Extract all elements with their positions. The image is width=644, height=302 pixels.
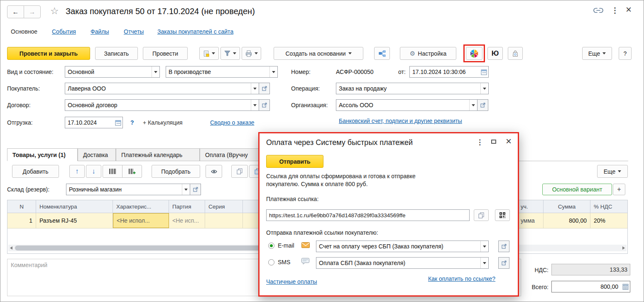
add-row-button[interactable]: Добавить	[12, 165, 59, 178]
main-variant-button[interactable]: Основной вариант	[542, 184, 612, 195]
organization-open-button[interactable]	[477, 99, 488, 111]
column-header-characteristic[interactable]: Характерис...	[113, 200, 169, 213]
sbp-payment-button[interactable]	[466, 47, 482, 60]
document-datetime-field[interactable]: 17.10.2024 10:30:06	[409, 66, 489, 78]
tab-goods-services[interactable]: Товары, услуги (1)	[7, 148, 78, 161]
kind-select[interactable]: Основной	[65, 66, 160, 78]
cell-characteristic-focused[interactable]: <Не испол...	[113, 213, 169, 228]
copy-rows-button[interactable]	[231, 165, 248, 178]
filter-dropdown-button[interactable]	[220, 47, 240, 60]
get-link-icon[interactable]	[593, 7, 603, 15]
email-template-open-button[interactable]	[498, 241, 509, 252]
print-dropdown-button[interactable]	[242, 47, 261, 60]
cell-nomenclature[interactable]: Разъем RJ-45	[36, 213, 113, 228]
favorite-star-icon[interactable]: ☆	[50, 5, 59, 17]
warehouse-select[interactable]: Розничный магазин	[66, 184, 190, 195]
dialog-menu-kebab-icon[interactable]: ⋮	[476, 138, 483, 147]
window-close-button[interactable]: ×	[626, 4, 632, 15]
post-button[interactable]: Провести	[143, 47, 188, 60]
email-template-select[interactable]: Счет на оплату через СБП (Заказ покупате…	[316, 241, 489, 252]
column-header-series[interactable]: Серия	[205, 200, 243, 213]
shipment-date-field[interactable]: 17.10.2024	[65, 117, 123, 128]
barcode-scan-button[interactable]	[103, 165, 122, 178]
create-on-basis-button[interactable]: Создать на основании	[274, 47, 363, 60]
window-menu-kebab-icon[interactable]: ⋮	[611, 6, 619, 15]
nav-tab-site-orders[interactable]: Заказы покупателей с сайта	[157, 28, 233, 35]
cell-vat[interactable]: 20%	[590, 213, 627, 228]
document-structure-button[interactable]	[374, 47, 390, 60]
buyer-field[interactable]: Лаверна ООО	[65, 83, 259, 94]
nav-tab-events[interactable]: События	[52, 28, 76, 35]
dropdown-button[interactable]	[182, 184, 190, 195]
copy-link-button[interactable]	[474, 209, 489, 221]
column-header-vat[interactable]: % НДС	[590, 200, 627, 213]
dropdown-button[interactable]	[152, 66, 159, 77]
column-header-n[interactable]: N	[7, 200, 36, 213]
contract-open-button[interactable]	[259, 99, 270, 111]
dropdown-button[interactable]	[251, 100, 259, 110]
cell-sum[interactable]: 800,00	[544, 213, 590, 228]
bank-details-link[interactable]: Банковский счет, подписи и другие реквиз…	[339, 118, 462, 124]
email-radio[interactable]	[268, 243, 274, 249]
cell-n[interactable]: 1	[7, 213, 36, 228]
operation-select[interactable]: Заказ на продажу	[336, 83, 489, 94]
create-copy-dropdown-button[interactable]	[199, 47, 219, 60]
column-header-nomenclature[interactable]: Номенклатура	[36, 200, 113, 213]
shipment-help-link[interactable]: ?	[130, 119, 134, 126]
nav-tab-files[interactable]: Файлы	[91, 28, 109, 35]
nav-tab-main[interactable]: Основное	[11, 28, 37, 35]
dropdown-button[interactable]	[269, 66, 277, 77]
sms-radio-label[interactable]: SMS	[278, 259, 290, 265]
post-and-close-button[interactable]: Провести и закрыть	[7, 47, 90, 60]
email-radio-label[interactable]: E-mail	[278, 242, 294, 249]
sms-radio[interactable]	[268, 259, 274, 265]
qr-code-button[interactable]	[495, 209, 510, 221]
contract-field[interactable]: Основной договор	[65, 99, 259, 111]
table-more-button[interactable]: Еще	[597, 165, 628, 178]
dialog-maximize-button[interactable]	[491, 140, 496, 144]
dropdown-button[interactable]	[251, 83, 259, 94]
add-variant-button[interactable]: +	[613, 184, 625, 195]
sms-template-open-button[interactable]	[498, 257, 509, 269]
settings-button[interactable]: ⚙ Настройка	[400, 47, 456, 60]
move-up-button[interactable]: ↑	[69, 165, 85, 178]
marketplace-button[interactable]	[508, 47, 523, 60]
tab-payment-calendar[interactable]: Платежный календарь	[116, 148, 200, 161]
view-mode-button[interactable]	[206, 165, 222, 178]
sms-template-select[interactable]: Оплата СБП (Заказ покупателя)	[316, 257, 489, 269]
dialog-close-button[interactable]: ×	[506, 135, 512, 147]
dropdown-button[interactable]	[480, 241, 488, 252]
yookassa-button[interactable]: Ю	[487, 47, 503, 60]
warehouse-open-button[interactable]	[190, 184, 201, 195]
cell-batch[interactable]: <Не исп...	[169, 213, 205, 228]
calculator-button[interactable]	[621, 281, 630, 292]
nav-tab-reports[interactable]: Отчеты	[124, 28, 144, 35]
move-down-button[interactable]: ↓	[86, 165, 101, 178]
calendar-button[interactable]	[479, 66, 488, 77]
column-header-batch[interactable]: Партия	[169, 200, 205, 213]
organization-field[interactable]: Ассоль ООО	[336, 99, 477, 111]
scroll-right-icon[interactable]	[622, 246, 625, 250]
dropdown-button[interactable]	[469, 100, 477, 110]
calendar-button[interactable]	[113, 117, 122, 128]
cell-series[interactable]	[205, 213, 243, 228]
tab-payment[interactable]: Оплата (Вручну	[200, 148, 262, 161]
barcode-register-button[interactable]	[122, 165, 142, 178]
calculation-toggle[interactable]: + Калькуляция	[143, 119, 183, 126]
state-select[interactable]: В производстве	[166, 66, 278, 78]
pick-items-button[interactable]: Подобрать	[152, 165, 200, 178]
grand-total-field[interactable]: 800,00	[551, 281, 630, 292]
payment-link-input[interactable]	[266, 209, 470, 221]
how-to-pay-link[interactable]: Как оплатить по ссылке?	[428, 275, 495, 282]
write-button[interactable]: Записать	[95, 47, 138, 60]
partial-payments-link[interactable]: Частичные оплаты	[266, 278, 317, 285]
back-button[interactable]: ←	[7, 5, 24, 18]
forward-button[interactable]: →	[24, 5, 41, 18]
help-button[interactable]: ?	[619, 47, 632, 60]
dialog-send-button[interactable]: Отправить	[266, 155, 323, 168]
more-button[interactable]: Еще	[582, 47, 612, 60]
order-summary-link[interactable]: Сводно о заказе	[210, 119, 254, 126]
column-header-sum[interactable]: Сумма	[544, 200, 590, 213]
dropdown-button[interactable]	[480, 258, 488, 268]
scroll-left-icon[interactable]	[10, 246, 12, 250]
